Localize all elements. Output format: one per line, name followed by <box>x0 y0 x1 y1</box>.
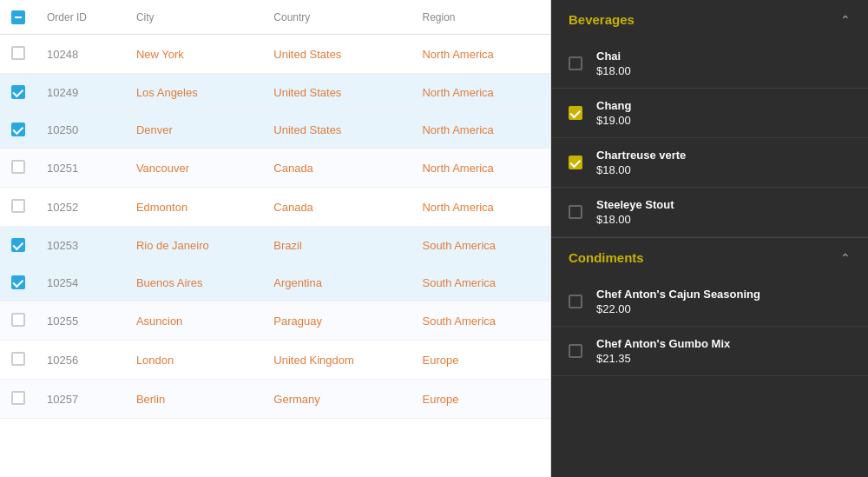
product-checkbox[interactable] <box>569 56 582 70</box>
right-panel: Beverages⌃Chai$18.00Chang$19.00Chartreus… <box>551 0 868 477</box>
table-row: 10253Rio de JaneiroBrazilSouth America <box>0 227 550 264</box>
order-id-cell: 10255 <box>36 301 126 341</box>
country-link[interactable]: Canada <box>273 162 313 175</box>
product-name: Chartreuse verte <box>596 149 686 162</box>
table-row: 10255AsuncionParaguaySouth America <box>0 301 550 341</box>
chevron-icon: ⌃ <box>840 13 851 27</box>
product-item: Chai$18.00 <box>551 39 868 89</box>
table-row: 10250DenverUnited StatesNorth America <box>0 111 550 149</box>
row-checkbox[interactable] <box>10 390 26 406</box>
table-row: 10248New YorkUnited StatesNorth America <box>0 35 550 74</box>
row-checkbox[interactable] <box>10 45 26 61</box>
col-region: Region <box>411 0 550 35</box>
table-row: 10249Los AngelesUnited StatesNorth Ameri… <box>0 74 550 111</box>
product-price: $18.00 <box>596 163 686 176</box>
product-price: $21.35 <box>596 352 730 365</box>
city-link[interactable]: Edmonton <box>136 201 187 214</box>
row-checkbox[interactable] <box>10 237 26 253</box>
col-city: City <box>126 0 263 35</box>
product-price: $18.00 <box>596 213 674 226</box>
country-link[interactable]: Canada <box>273 201 313 214</box>
category-header[interactable]: Beverages⌃ <box>551 0 868 39</box>
chevron-icon: ⌃ <box>840 251 851 265</box>
table-row: 10252EdmontonCanadaNorth America <box>0 188 550 227</box>
left-panel: Order ID City Country Region 10248New Yo… <box>0 0 551 477</box>
category-header[interactable]: Condiments⌃ <box>551 238 868 277</box>
country-link[interactable]: United States <box>273 123 341 136</box>
city-link[interactable]: Los Angeles <box>136 86 198 99</box>
product-name: Chang <box>596 99 631 112</box>
product-checkbox[interactable] <box>569 156 582 169</box>
orders-table: Order ID City Country Region 10248New Yo… <box>0 0 550 419</box>
product-name: Steeleye Stout <box>596 198 674 211</box>
region-link[interactable]: North America <box>422 201 493 214</box>
product-name: Chef Anton's Gumbo Mix <box>596 337 730 350</box>
country-link[interactable]: United States <box>273 86 341 99</box>
country-link[interactable]: United Kingdom <box>273 354 354 367</box>
city-link[interactable]: New York <box>136 48 184 61</box>
category-title: Condiments <box>569 250 644 265</box>
table-row: 10251VancouverCanadaNorth America <box>0 149 550 188</box>
table-row: 10254Buenos AiresArgentinaSouth America <box>0 264 550 301</box>
product-item: Chartreuse verte$18.00 <box>551 138 868 188</box>
order-id-cell: 10254 <box>36 264 126 301</box>
city-link[interactable]: Asuncion <box>136 315 182 328</box>
category-section-beverages: Beverages⌃Chai$18.00Chang$19.00Chartreus… <box>551 0 868 237</box>
col-order-id: Order ID <box>36 0 126 35</box>
row-checkbox[interactable] <box>10 198 26 214</box>
order-id-cell: 10251 <box>36 149 126 188</box>
order-id-cell: 10250 <box>36 111 126 149</box>
order-id-cell: 10253 <box>36 227 126 264</box>
category-section-condiments: Condiments⌃Chef Anton's Cajun Seasoning$… <box>551 237 868 376</box>
order-id-cell: 10257 <box>36 380 126 419</box>
product-price: $19.00 <box>596 114 631 127</box>
product-item: Chef Anton's Cajun Seasoning$22.00 <box>551 277 868 327</box>
country-link[interactable]: United States <box>273 48 341 61</box>
product-name: Chef Anton's Cajun Seasoning <box>596 288 760 301</box>
region-link[interactable]: North America <box>422 123 493 136</box>
product-item: Steeleye Stout$18.00 <box>551 188 868 237</box>
table-row: 10257BerlinGermanyEurope <box>0 380 550 419</box>
product-price: $22.00 <box>596 302 760 315</box>
region-link[interactable]: North America <box>422 48 493 61</box>
header-checkbox[interactable] <box>10 10 26 25</box>
category-title: Beverages <box>569 12 635 27</box>
col-country: Country <box>263 0 411 35</box>
table-row: 10256LondonUnited KingdomEurope <box>0 341 550 380</box>
row-checkbox[interactable] <box>10 122 26 137</box>
product-item: Chef Anton's Gumbo Mix$21.35 <box>551 327 868 376</box>
region-link[interactable]: South America <box>422 239 496 252</box>
order-id-cell: 10256 <box>36 341 126 380</box>
product-checkbox[interactable] <box>569 205 582 219</box>
row-checkbox[interactable] <box>10 275 26 290</box>
row-checkbox[interactable] <box>10 312 26 328</box>
row-checkbox[interactable] <box>10 84 26 100</box>
table-container: Order ID City Country Region 10248New Yo… <box>0 0 550 477</box>
row-checkbox[interactable] <box>10 351 26 367</box>
city-link[interactable]: Berlin <box>136 393 165 406</box>
region-link[interactable]: North America <box>422 162 493 175</box>
country-link[interactable]: Germany <box>273 393 319 406</box>
region-link[interactable]: Europe <box>422 354 458 367</box>
row-checkbox[interactable] <box>10 159 26 175</box>
region-link[interactable]: South America <box>422 276 496 289</box>
order-id-cell: 10249 <box>36 74 126 111</box>
city-link[interactable]: Rio de Janeiro <box>136 239 209 252</box>
city-link[interactable]: Vancouver <box>136 162 189 175</box>
product-checkbox[interactable] <box>569 106 582 120</box>
country-link[interactable]: Brazil <box>273 239 302 252</box>
city-link[interactable]: Buenos Aires <box>136 276 203 289</box>
product-item: Chang$19.00 <box>551 89 868 138</box>
city-link[interactable]: London <box>136 354 174 367</box>
region-link[interactable]: South America <box>422 315 496 328</box>
product-checkbox[interactable] <box>569 295 582 308</box>
order-id-cell: 10248 <box>36 35 126 74</box>
order-id-cell: 10252 <box>36 188 126 227</box>
country-link[interactable]: Paraguay <box>273 315 322 328</box>
city-link[interactable]: Denver <box>136 123 173 136</box>
region-link[interactable]: Europe <box>422 393 458 406</box>
country-link[interactable]: Argentina <box>273 276 322 289</box>
product-name: Chai <box>596 50 631 63</box>
product-checkbox[interactable] <box>569 344 582 358</box>
region-link[interactable]: North America <box>422 86 493 99</box>
